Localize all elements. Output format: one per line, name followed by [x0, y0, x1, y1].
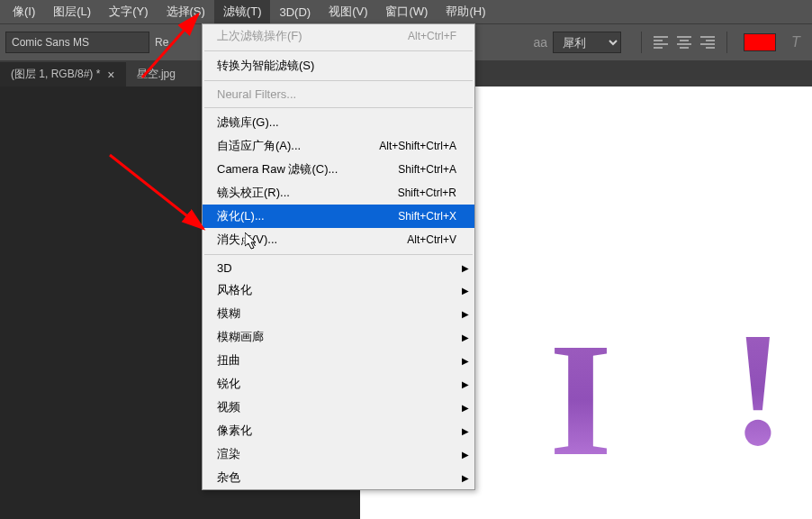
- menu-item-label: 自适应广角(A)...: [217, 138, 301, 154]
- menu-item[interactable]: 扭曲▶: [203, 349, 474, 372]
- menu-item-label: 模糊画廊: [217, 329, 264, 345]
- menu-item[interactable]: 模糊画廊▶: [203, 325, 474, 349]
- menu-shortcut: Shift+Ctrl+X: [398, 210, 456, 223]
- menu-item[interactable]: 视频▶: [203, 396, 474, 419]
- submenu-arrow-icon: ▶: [462, 450, 469, 460]
- menubar: 像(I) 图层(L) 文字(Y) 选择(S) 滤镜(T) 3D(D) 视图(V)…: [0, 0, 812, 23]
- submenu-arrow-icon: ▶: [462, 332, 469, 342]
- menu-item[interactable]: 渲染▶: [203, 442, 474, 466]
- menu-item-label: Neural Filters...: [217, 87, 296, 101]
- align-right-button[interactable]: [697, 32, 718, 53]
- filter-menu: 上次滤镜操作(F)Alt+Ctrl+F转换为智能滤镜(S)Neural Filt…: [202, 23, 475, 490]
- menu-item-label: 上次滤镜操作(F): [217, 28, 302, 44]
- menu-item[interactable]: 滤镜库(G)...: [203, 111, 474, 134]
- submenu-arrow-icon: ▶: [462, 403, 469, 413]
- menu-item[interactable]: 3D▶: [203, 258, 474, 278]
- close-icon[interactable]: ×: [107, 68, 114, 82]
- menu-separator: [204, 50, 473, 51]
- menu-item[interactable]: 转换为智能滤镜(S): [203, 54, 474, 77]
- menu-item-label: 模糊: [217, 305, 240, 322]
- document-tab[interactable]: 星空.jpg: [126, 62, 186, 86]
- menu-item-label: 镜头校正(R)...: [217, 185, 290, 201]
- submenu-arrow-icon: ▶: [462, 263, 469, 273]
- menu-item[interactable]: Camera Raw 滤镜(C)...Shift+Ctrl+A: [203, 158, 474, 181]
- menu-shortcut: Shift+Ctrl+A: [398, 163, 456, 176]
- menu-item[interactable]: 消失点(V)...Alt+Ctrl+V: [203, 228, 474, 251]
- menu-shortcut: Alt+Ctrl+V: [407, 233, 456, 246]
- submenu-arrow-icon: ▶: [462, 379, 469, 389]
- menu-item-label: 滤镜库(G)...: [217, 114, 279, 131]
- antialias-label: aa: [533, 35, 547, 50]
- menu-layer[interactable]: 图层(L): [44, 0, 100, 23]
- menu-item-label: 3D: [217, 261, 232, 275]
- menu-item-label: 渲染: [217, 446, 240, 462]
- text-layer-exclaim: !: [731, 308, 785, 470]
- menu-help[interactable]: 帮助(H): [437, 0, 494, 23]
- menu-item-label: 液化(L)...: [217, 208, 265, 224]
- font-family-select[interactable]: [5, 32, 149, 53]
- menu-item[interactable]: 液化(L)...Shift+Ctrl+X: [203, 205, 474, 228]
- menu-filter[interactable]: 滤镜(T): [214, 0, 271, 23]
- menu-item[interactable]: 风格化▶: [203, 278, 474, 302]
- menu-item-label: 扭曲: [217, 352, 240, 369]
- align-center-button[interactable]: [673, 32, 695, 53]
- menu-separator: [204, 254, 473, 255]
- menu-separator: [204, 107, 473, 108]
- menu-type[interactable]: 文字(Y): [100, 0, 157, 23]
- menu-item[interactable]: 杂色▶: [203, 466, 474, 489]
- menu-shortcut: Alt+Ctrl+F: [408, 30, 456, 42]
- menu-item[interactable]: 像素化▶: [203, 419, 474, 442]
- menu-item[interactable]: 自适应广角(A)...Alt+Shift+Ctrl+A: [203, 134, 474, 158]
- menu-item[interactable]: 镜头校正(R)...Shift+Ctrl+R: [203, 181, 474, 205]
- menu-item: 上次滤镜操作(F)Alt+Ctrl+F: [203, 24, 474, 48]
- text-color-swatch[interactable]: [744, 33, 776, 51]
- toolbar-divider: [641, 32, 642, 53]
- submenu-arrow-icon: ▶: [462, 309, 469, 319]
- menu-item-label: 转换为智能滤镜(S): [217, 58, 314, 74]
- menu-select[interactable]: 选择(S): [158, 0, 214, 23]
- menu-window[interactable]: 窗口(W): [376, 0, 437, 23]
- menu-item-label: 杂色: [217, 469, 240, 486]
- text-layer-letter: I: [549, 319, 612, 481]
- menu-item-label: 消失点(V)...: [217, 232, 277, 248]
- document-tab[interactable]: (图层 1, RGB/8#) * ×: [0, 62, 126, 86]
- warp-text-icon[interactable]: T: [785, 32, 807, 53]
- submenu-arrow-icon: ▶: [462, 356, 469, 366]
- font-style-label: Re: [155, 36, 168, 49]
- menu-3d[interactable]: 3D(D): [270, 2, 320, 23]
- menu-item-label: Camera Raw 滤镜(C)...: [217, 161, 338, 178]
- toolbar-divider: [726, 32, 727, 53]
- submenu-arrow-icon: ▶: [462, 286, 469, 296]
- menu-item-label: 风格化: [217, 282, 252, 298]
- menu-item[interactable]: 模糊▶: [203, 302, 474, 325]
- menu-shortcut: Alt+Shift+Ctrl+A: [379, 140, 456, 152]
- menu-item[interactable]: 锐化▶: [203, 372, 474, 396]
- tab-label: 星空.jpg: [137, 67, 176, 82]
- menu-item-label: 视频: [217, 399, 240, 415]
- menu-item-label: 锐化: [217, 376, 240, 392]
- menu-shortcut: Shift+Ctrl+R: [398, 187, 456, 199]
- antialias-select[interactable]: 犀利: [553, 32, 621, 53]
- menu-view[interactable]: 视图(V): [320, 0, 376, 23]
- menu-image[interactable]: 像(I): [4, 0, 44, 23]
- align-left-button[interactable]: [650, 32, 672, 53]
- menu-item-label: 像素化: [217, 423, 252, 439]
- submenu-arrow-icon: ▶: [462, 473, 469, 483]
- tab-label: (图层 1, RGB/8#) *: [11, 67, 100, 82]
- menu-item: Neural Filters...: [203, 84, 474, 105]
- menu-separator: [204, 80, 473, 81]
- submenu-arrow-icon: ▶: [462, 426, 469, 436]
